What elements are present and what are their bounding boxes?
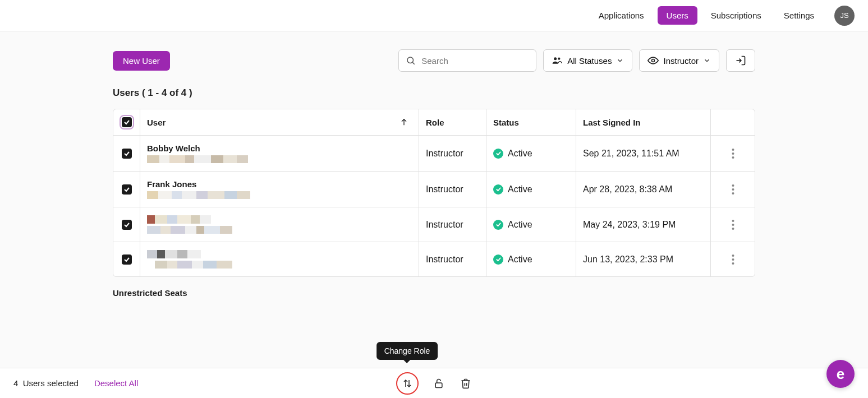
export-button[interactable] [726,49,755,72]
header-last-signed-in[interactable]: Last Signed In [576,109,711,135]
role-filter-label: Instructor [663,56,699,66]
user-name: Bobby Welch [147,144,248,153]
people-icon [552,56,563,65]
user-last-signed-in: May 24, 2023, 3:19 PM [576,207,711,242]
svg-point-12 [732,192,734,195]
redacted-email [147,191,250,199]
user-role: Instructor [419,207,486,242]
svg-point-10 [732,184,734,187]
svg-point-9 [732,156,734,159]
status-filter-label: All Statuses [567,56,612,66]
header-status[interactable]: Status [486,109,576,135]
svg-point-18 [732,262,734,265]
user-role: Instructor [419,242,486,276]
change-role-button[interactable] [396,372,419,395]
more-menu-icon[interactable] [732,220,734,230]
help-fab[interactable]: e [826,360,855,388]
svg-point-11 [732,188,734,191]
user-status: Active [508,184,532,195]
row-checkbox[interactable] [122,149,132,159]
nav-users[interactable]: Users [658,6,697,25]
new-user-button[interactable]: New User [113,51,170,71]
export-icon [735,55,746,66]
user-status: Active [508,149,532,159]
search-icon [406,55,416,66]
row-checkbox[interactable] [122,184,132,195]
user-last-signed-in: Apr 28, 2023, 8:38 AM [576,172,711,207]
svg-point-0 [407,57,414,63]
svg-point-3 [558,58,561,60]
delete-button[interactable] [459,377,472,390]
chevron-down-icon [703,57,711,64]
status-filter[interactable]: All Statuses [543,49,632,72]
redacted-name [147,215,232,224]
nav-applications[interactable]: Applications [590,6,653,25]
eye-icon [647,57,659,64]
deselect-all-link[interactable]: Deselect All [94,378,138,388]
user-last-signed-in: Sep 21, 2023, 11:51 AM [576,136,711,171]
tooltip-change-role: Change Role [376,342,438,360]
svg-point-13 [732,220,734,222]
more-menu-icon[interactable] [732,149,734,159]
top-nav: Applications Users Subscriptions Setting… [0,0,868,31]
svg-point-15 [732,228,734,230]
redacted-email [147,261,232,269]
chevron-down-icon [616,57,624,64]
user-status: Active [508,220,532,230]
trash-icon [460,378,471,389]
table-row: Frank Jones Instructor Active Apr 28, 20… [113,172,755,207]
svg-point-8 [732,152,734,155]
more-menu-icon[interactable] [732,254,734,265]
users-table: User Role Status Last Signed In Bobby We… [113,109,755,277]
svg-line-1 [413,62,415,64]
status-active-icon [493,184,503,195]
table-header-row: User Role Status Last Signed In [113,109,755,136]
status-active-icon [493,220,503,230]
lock-button[interactable] [432,377,446,390]
row-checkbox[interactable] [122,220,132,230]
lock-icon [433,378,444,389]
sort-ascending-icon [399,118,408,127]
redacted-email [147,226,232,234]
more-menu-icon[interactable] [732,184,734,195]
redacted-email [147,155,248,163]
search-input[interactable] [421,56,529,66]
user-role: Instructor [419,172,486,207]
avatar[interactable]: JS [834,6,855,26]
svg-rect-19 [435,383,442,387]
svg-point-4 [652,59,655,62]
nav-subscriptions[interactable]: Subscriptions [702,6,770,25]
row-checkbox[interactable] [122,254,132,265]
search-box[interactable] [398,49,536,72]
user-status: Active [508,254,532,265]
svg-point-17 [732,258,734,261]
main-content: New User All Statuses Instructor [113,31,755,298]
user-last-signed-in: Jun 13, 2023, 2:33 PM [576,242,711,276]
page-heading: Users ( 1 - 4 of 4 ) [113,87,755,99]
header-role[interactable]: Role [419,109,486,135]
toolbar: New User All Statuses Instructor [113,49,755,72]
user-name: Frank Jones [147,179,250,189]
header-user[interactable]: User [140,109,419,135]
status-active-icon [493,149,503,159]
select-all-checkbox[interactable] [122,117,132,127]
svg-point-2 [554,57,557,60]
svg-point-14 [732,224,734,226]
status-active-icon [493,254,503,265]
table-row: Instructor Active May 24, 2023, 3:19 PM [113,207,755,242]
svg-point-16 [732,254,734,257]
header-user-label: User [147,118,166,127]
bulk-action-icons: Change Role [396,372,472,395]
selected-count-text: 4 Users selected [13,378,79,388]
unrestricted-seats-label: Unrestricted Seats [113,288,755,298]
nav-settings[interactable]: Settings [775,6,823,25]
bottom-bar: 4 Users selected Deselect All Change Rol… [0,368,868,398]
user-role: Instructor [419,136,486,171]
table-row: Bobby Welch Instructor Active Sep 21, 20… [113,136,755,172]
header-checkbox-cell [113,109,140,135]
header-actions [711,109,755,135]
redacted-name [147,250,232,258]
swap-arrows-icon [402,378,412,388]
table-row: Instructor Active Jun 13, 2023, 2:33 PM [113,242,755,276]
role-filter[interactable]: Instructor [639,49,719,72]
